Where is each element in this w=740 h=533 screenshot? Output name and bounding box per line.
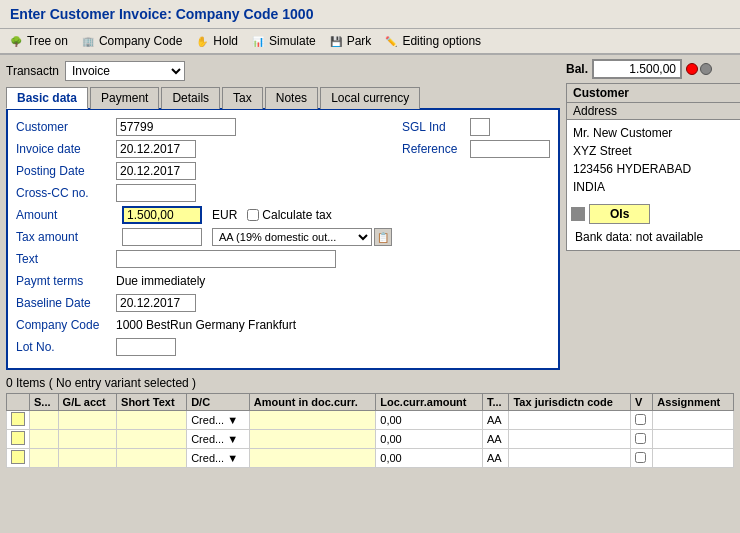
- bank-info: Bank data: not available: [571, 228, 740, 246]
- col-left: Customer Invoice date Posting Date Cross…: [16, 118, 392, 360]
- tab-payment[interactable]: Payment: [90, 87, 159, 109]
- simulate-button[interactable]: 📊 Simulate: [250, 33, 316, 49]
- calculate-tax-label[interactable]: Calculate tax: [247, 208, 331, 222]
- text-row: Text: [16, 250, 392, 268]
- v-cell[interactable]: [630, 411, 652, 430]
- invoice-date-label: Invoice date: [16, 142, 116, 156]
- park-button[interactable]: 💾 Park: [328, 33, 372, 49]
- gl-acct-cell[interactable]: [58, 430, 116, 449]
- customer-header: Customer: [567, 84, 740, 103]
- baseline-date-input[interactable]: [116, 294, 196, 312]
- paymt-terms-row: Paymt terms Due immediately: [16, 272, 392, 290]
- tax-jurisdictn-cell[interactable]: [509, 449, 630, 468]
- assignment-cell[interactable]: [653, 449, 734, 468]
- lot-no-input[interactable]: [116, 338, 176, 356]
- tax-jurisdictn-cell[interactable]: [509, 430, 630, 449]
- ois-icon: [571, 207, 585, 221]
- dc-cell[interactable]: Cred... ▼: [187, 411, 250, 430]
- dc-cell[interactable]: Cred... ▼: [187, 430, 250, 449]
- items-area: 0 Items ( No entry variant selected ) S.…: [0, 374, 740, 470]
- ois-button[interactable]: OIs: [589, 204, 650, 224]
- assignment-cell[interactable]: [653, 430, 734, 449]
- company-code-field-label: Company Code: [16, 318, 116, 332]
- tax-code-select[interactable]: AA (19% domestic out...: [212, 228, 372, 246]
- short-text-cell[interactable]: [117, 411, 187, 430]
- amount-input[interactable]: [122, 206, 202, 224]
- tax-jurisdictn-cell[interactable]: [509, 411, 630, 430]
- v-checkbox[interactable]: [635, 433, 646, 444]
- reference-input[interactable]: [470, 140, 550, 158]
- paymt-terms-value: Due immediately: [116, 274, 205, 288]
- v-checkbox[interactable]: [635, 452, 646, 463]
- col-header-gl-acct[interactable]: G/L acct: [58, 394, 116, 411]
- amount-cell[interactable]: [249, 449, 375, 468]
- tab-notes[interactable]: Notes: [265, 87, 318, 109]
- tax-amount-input[interactable]: [122, 228, 202, 246]
- tab-tax[interactable]: Tax: [222, 87, 263, 109]
- v-cell[interactable]: [630, 449, 652, 468]
- s-cell[interactable]: [30, 449, 59, 468]
- lot-no-row: Lot No.: [16, 338, 392, 356]
- two-col-layout: Customer Invoice date Posting Date Cross…: [16, 118, 550, 360]
- table-row: Cred... ▼ 0,00 AA: [7, 430, 734, 449]
- text-input[interactable]: [116, 250, 336, 268]
- s-cell[interactable]: [30, 430, 59, 449]
- amount-cell[interactable]: [249, 430, 375, 449]
- col-right: SGL Ind Reference: [402, 118, 550, 360]
- customer-panel: Bal. 1.500,00 Customer Address Mr. New C…: [566, 59, 740, 370]
- gl-acct-cell[interactable]: [58, 449, 116, 468]
- customer-address: Mr. New Customer XYZ Street 123456 HYDER…: [567, 120, 740, 200]
- row-icon-cell: [7, 411, 30, 430]
- loc-amount-cell: 0,00: [376, 411, 483, 430]
- assignment-cell[interactable]: [653, 411, 734, 430]
- col-header-tax-jurisdictn[interactable]: Tax jurisdictn code: [509, 394, 630, 411]
- col-header-t[interactable]: T...: [482, 394, 509, 411]
- s-cell[interactable]: [30, 411, 59, 430]
- editing-options-button[interactable]: ✏️ Editing options: [383, 33, 481, 49]
- tree-on-button[interactable]: 🌳 Tree on: [8, 33, 68, 49]
- company-code-row: Company Code 1000 BestRun Germany Frankf…: [16, 316, 392, 334]
- hold-button[interactable]: ✋ Hold: [194, 33, 238, 49]
- amount-cell[interactable]: [249, 411, 375, 430]
- tab-details[interactable]: Details: [161, 87, 220, 109]
- col-header-dc[interactable]: D/C: [187, 394, 250, 411]
- posting-date-row: Posting Date: [16, 162, 392, 180]
- customer-input[interactable]: [116, 118, 236, 136]
- dc-cell[interactable]: Cred... ▼: [187, 449, 250, 468]
- cross-cc-input[interactable]: [116, 184, 196, 202]
- transactn-dropdown[interactable]: Invoice: [65, 61, 185, 81]
- calculate-tax-checkbox[interactable]: [247, 209, 259, 221]
- red-light: [686, 63, 698, 75]
- short-text-cell[interactable]: [117, 449, 187, 468]
- short-text-cell[interactable]: [117, 430, 187, 449]
- col-header-loc-amount[interactable]: Loc.curr.amount: [376, 394, 483, 411]
- invoice-date-input[interactable]: [116, 140, 196, 158]
- col-header-s[interactable]: S...: [30, 394, 59, 411]
- baseline-date-row: Baseline Date: [16, 294, 392, 312]
- sgl-ind-input[interactable]: [470, 118, 490, 136]
- v-checkbox[interactable]: [635, 414, 646, 425]
- tab-local-currency[interactable]: Local currency: [320, 87, 420, 109]
- row-select-icon[interactable]: [11, 431, 25, 445]
- row-select-icon[interactable]: [11, 450, 25, 464]
- col-header-short-text[interactable]: Short Text: [117, 394, 187, 411]
- address-header: Address: [567, 103, 740, 120]
- copy-button[interactable]: 📋: [374, 228, 392, 246]
- col-header-assignment[interactable]: Assignment: [653, 394, 734, 411]
- tab-basic-data[interactable]: Basic data: [6, 87, 88, 109]
- v-cell[interactable]: [630, 430, 652, 449]
- cross-cc-row: Cross-CC no.: [16, 184, 392, 202]
- col-header-v[interactable]: V: [630, 394, 652, 411]
- reference-row: Reference: [402, 140, 550, 158]
- posting-date-label: Posting Date: [16, 164, 116, 178]
- col-header-amount[interactable]: Amount in doc.curr.: [249, 394, 375, 411]
- row-select-icon[interactable]: [11, 412, 25, 426]
- company-code-button[interactable]: 🏢 Company Code: [80, 33, 182, 49]
- customer-row: Customer: [16, 118, 392, 136]
- posting-date-input[interactable]: [116, 162, 196, 180]
- gl-acct-cell[interactable]: [58, 411, 116, 430]
- customer-box: Customer Address Mr. New Customer XYZ St…: [566, 83, 740, 251]
- transactn-select[interactable]: Invoice: [65, 61, 185, 81]
- company-code-value: 1000 BestRun Germany Frankfurt: [116, 318, 296, 332]
- sgl-ind-row: SGL Ind: [402, 118, 550, 136]
